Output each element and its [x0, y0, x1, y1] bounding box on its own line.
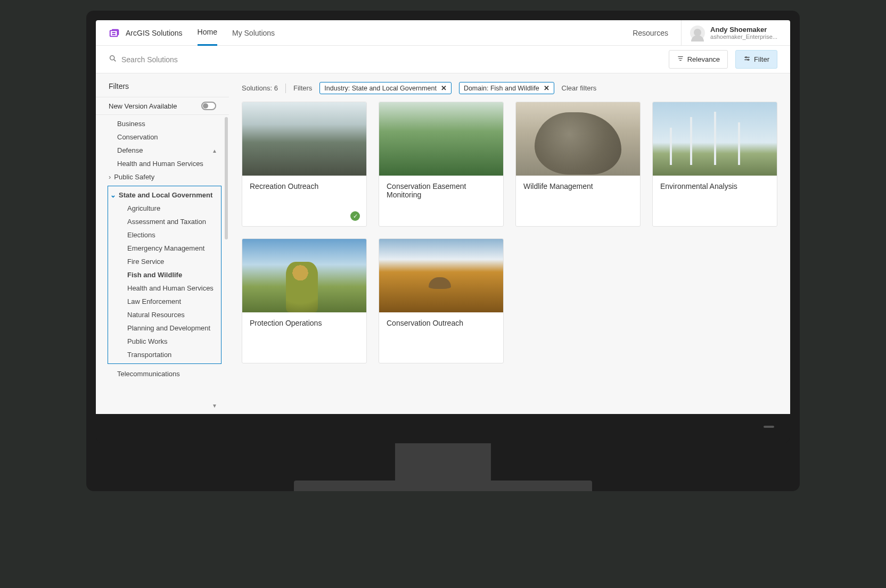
filters-label: Filters	[293, 84, 312, 92]
card-title: Protection Operations	[242, 312, 366, 363]
user-name: Andy Shoemaker	[710, 26, 777, 34]
filter-toggle-button[interactable]: Filter	[735, 50, 777, 69]
monitor-base	[294, 481, 592, 491]
top-nav: ArcGIS Solutions Home My Solutions Resou…	[96, 20, 790, 46]
card-title: Conservation Outreach	[379, 312, 503, 363]
card-thumb	[379, 239, 503, 312]
filter-group-state-local-gov: State and Local Government Agriculture A…	[108, 186, 222, 364]
filter-sub-transportation[interactable]: Transportation	[108, 348, 221, 361]
monitor-bezel-bottom	[96, 414, 790, 443]
scrollbar-thumb[interactable]	[225, 117, 228, 239]
solution-card-protection-operations[interactable]: Protection Operations	[242, 238, 367, 363]
chip-domain-remove-icon[interactable]: ✕	[544, 84, 549, 92]
deployed-check-icon: ✓	[350, 211, 360, 221]
filter-sub-fire-service[interactable]: Fire Service	[108, 255, 221, 268]
card-thumb	[653, 102, 777, 176]
filter-sliders-icon	[743, 55, 751, 64]
search-bar: Relevance Filter	[96, 46, 790, 73]
card-title: Wildlife Management	[516, 176, 640, 226]
new-version-label: New Version Available	[109, 102, 177, 110]
svg-point-3	[748, 59, 749, 60]
new-version-toggle-row: New Version Available	[96, 97, 229, 115]
chip-industry-label: Industry: State and Local Government	[324, 85, 437, 92]
solution-card-recreation-outreach[interactable]: Recreation Outreach ✓	[242, 102, 367, 227]
results-panel: Solutions: 6 Filters Industry: State and…	[229, 73, 790, 414]
solutions-count: Solutions: 6	[242, 84, 278, 92]
card-thumb	[242, 102, 366, 176]
content-body: Filters New Version Available ▲ Business…	[96, 73, 790, 414]
brand-title: ArcGIS Solutions	[126, 29, 183, 37]
filter-item-telecommunications[interactable]: Telecommunications	[96, 367, 229, 380]
filter-sub-law-enforcement[interactable]: Law Enforcement	[108, 295, 221, 308]
svg-rect-0	[110, 30, 118, 36]
filter-item-business[interactable]: Business	[96, 117, 229, 130]
filter-sub-agriculture[interactable]: Agriculture	[108, 202, 221, 215]
relevance-label: Relevance	[687, 55, 720, 63]
brand-logo-icon	[109, 27, 120, 39]
filter-label: Filter	[754, 55, 769, 63]
solution-cards-grid: Recreation Outreach ✓ Conservation Easem…	[242, 102, 777, 363]
card-thumb	[242, 239, 366, 312]
filter-chips-row: Solutions: 6 Filters Industry: State and…	[242, 82, 777, 94]
filter-sub-public-works[interactable]: Public Works	[108, 335, 221, 348]
chip-domain-label: Domain: Fish and Wildlife	[464, 85, 539, 92]
nav-my-solutions[interactable]: My Solutions	[232, 20, 275, 46]
card-thumb	[379, 102, 503, 176]
filter-sub-fish-wildlife[interactable]: Fish and Wildlife	[108, 268, 221, 281]
sort-relevance-button[interactable]: Relevance	[669, 50, 728, 69]
filter-sub-natural-resources[interactable]: Natural Resources	[108, 308, 221, 321]
chip-domain: Domain: Fish and Wildlife ✕	[459, 82, 554, 94]
clear-filters-link[interactable]: Clear filters	[562, 84, 597, 92]
search-bar-actions: Relevance Filter	[669, 50, 777, 69]
solution-card-conservation-easement[interactable]: Conservation Easement Monitoring	[379, 102, 504, 227]
avatar-icon	[690, 26, 705, 40]
filters-title: Filters	[96, 82, 229, 97]
filter-item-public-safety[interactable]: Public Safety	[96, 170, 229, 184]
monitor-led-icon	[764, 426, 774, 428]
filters-sidebar: Filters New Version Available ▲ Business…	[96, 73, 229, 414]
user-text: Andy Shoemaker ashoemaker_Enterprise...	[710, 26, 777, 40]
solution-card-conservation-outreach[interactable]: Conservation Outreach	[379, 238, 504, 363]
card-title: Conservation Easement Monitoring	[379, 176, 503, 226]
filter-item-conservation[interactable]: Conservation	[96, 130, 229, 144]
new-version-toggle[interactable]	[201, 102, 216, 110]
nav-home[interactable]: Home	[198, 20, 217, 46]
search-input[interactable]	[121, 55, 669, 64]
filter-sub-elections[interactable]: Elections	[108, 228, 221, 242]
user-subtitle: ashoemaker_Enterprise...	[710, 34, 777, 40]
monitor-frame: ArcGIS Solutions Home My Solutions Resou…	[86, 11, 800, 491]
divider	[285, 84, 286, 93]
filter-sub-planning-development[interactable]: Planning and Development	[108, 321, 221, 335]
scroll-down-icon[interactable]: ▼	[212, 403, 217, 409]
solution-card-wildlife-management[interactable]: Wildlife Management	[515, 102, 641, 227]
card-title: Recreation Outreach	[242, 176, 366, 211]
search-icon	[109, 54, 117, 65]
filter-sub-emergency-management[interactable]: Emergency Management	[108, 242, 221, 255]
filter-group-title[interactable]: State and Local Government	[108, 188, 221, 202]
filter-sub-assessment-taxation[interactable]: Assessment and Taxation	[108, 215, 221, 228]
filter-item-defense[interactable]: Defense	[96, 144, 229, 157]
card-thumb	[516, 102, 640, 176]
svg-point-1	[110, 55, 114, 60]
chip-industry: Industry: State and Local Government ✕	[319, 82, 452, 94]
filter-sub-health-human-services[interactable]: Health and Human Services	[108, 281, 221, 295]
filter-category-list: Business Conservation Defense Health and…	[96, 115, 229, 380]
svg-point-2	[745, 57, 746, 58]
sort-icon	[677, 55, 684, 64]
filter-item-health-human-services[interactable]: Health and Human Services	[96, 157, 229, 170]
card-title: Environmental Analysis	[653, 176, 777, 226]
chip-industry-remove-icon[interactable]: ✕	[441, 84, 447, 92]
nav-resources[interactable]: Resources	[633, 29, 668, 37]
monitor-neck	[395, 443, 491, 481]
solution-card-environmental-analysis[interactable]: Environmental Analysis	[652, 102, 777, 227]
app-window: ArcGIS Solutions Home My Solutions Resou…	[96, 20, 790, 414]
user-menu[interactable]: Andy Shoemaker ashoemaker_Enterprise...	[681, 20, 777, 46]
